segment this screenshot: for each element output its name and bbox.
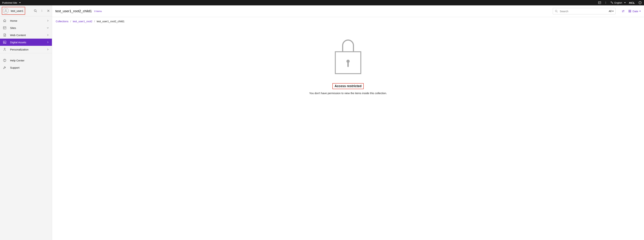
language-label: English (614, 2, 622, 4)
nav-item-web-content[interactable]: Web Content (0, 32, 52, 38)
primary-nav: Home Sites Web Content (0, 16, 52, 53)
nav-item-digital-assets[interactable]: Digital Assets (0, 38, 52, 46)
svg-point-8 (5, 10, 6, 11)
nav-item-personalization[interactable]: Personalization (0, 46, 52, 53)
breadcrumb-separator: / (94, 20, 95, 23)
brand-logo: HCL (629, 1, 635, 4)
svg-point-6 (640, 2, 640, 2)
svg-rect-31 (629, 10, 630, 11)
site-selector[interactable]: Published Site (2, 2, 21, 4)
svg-rect-32 (630, 10, 631, 11)
sidebar-header: test_user1 (0, 6, 52, 16)
search-icon[interactable] (34, 9, 37, 12)
panel-icon[interactable] (598, 1, 601, 4)
svg-point-11 (42, 10, 42, 10)
header-tools: Date (621, 9, 641, 13)
breadcrumb-current: test_user1_root2_child1 (97, 20, 124, 23)
nav-label: Help Center (10, 59, 24, 62)
info-icon[interactable] (638, 1, 642, 4)
page-title: test_user1_root2_child1 (55, 9, 92, 13)
breadcrumb-root[interactable]: Collections (56, 20, 68, 23)
svg-point-21 (4, 42, 4, 42)
svg-point-12 (42, 10, 42, 11)
svg-point-13 (42, 11, 42, 12)
help-icon (3, 58, 6, 62)
svg-point-22 (4, 48, 5, 49)
svg-rect-16 (4, 26, 6, 29)
nav-item-sites[interactable]: Sites (0, 24, 52, 32)
close-icon[interactable] (46, 9, 50, 12)
svg-point-24 (4, 61, 5, 61)
filter-button[interactable] (621, 9, 625, 13)
restricted-title: Access restricted (332, 83, 364, 89)
sites-icon (3, 26, 6, 30)
svg-rect-37 (347, 62, 349, 67)
sort-button[interactable]: Date (628, 10, 641, 13)
svg-point-9 (34, 10, 36, 12)
site-label: Published Site (2, 2, 17, 4)
breadcrumb-separator: / (70, 20, 71, 23)
chevron-right-icon (46, 20, 49, 22)
chevron-right-icon (46, 48, 49, 51)
nav-label: Home (10, 19, 17, 22)
sidebar: test_user1 Home (0, 6, 52, 240)
nav-label: Sites (10, 26, 16, 30)
caret-down-icon (612, 11, 614, 12)
svg-point-28 (624, 10, 624, 11)
nav-label: Personalization (10, 48, 28, 51)
item-count: 0 items (94, 10, 102, 12)
breadcrumb-parent[interactable]: test_user1_root2 (73, 20, 92, 23)
nav-label: Support (10, 66, 20, 69)
svg-line-26 (557, 12, 558, 12)
avatar-icon (3, 8, 8, 14)
svg-line-10 (36, 11, 37, 12)
svg-rect-33 (629, 12, 630, 12)
search-input[interactable] (560, 10, 607, 13)
chevron-down-icon (46, 26, 49, 29)
secondary-nav: Help Center Support (0, 53, 52, 71)
svg-point-30 (622, 12, 623, 12)
kebab-menu-icon[interactable] (604, 1, 607, 4)
search-scope-selector[interactable]: All (609, 10, 614, 12)
grid-icon (628, 10, 632, 13)
nav-label: Digital Assets (10, 41, 26, 44)
nav-label: Web Content (10, 34, 26, 37)
nav-item-help-center[interactable]: Help Center (0, 57, 52, 64)
breadcrumb: Collections / test_user1_root2 / test_us… (52, 17, 644, 26)
caret-down-icon (19, 2, 21, 3)
image-icon (3, 40, 6, 44)
caret-down-icon (639, 11, 641, 12)
sidebar-header-tools (34, 9, 50, 12)
restricted-message: You don't have permission to view the it… (309, 92, 387, 95)
main-header: test_user1_root2_child1 0 items All (52, 6, 644, 17)
sort-label: Date (632, 10, 638, 13)
nav-item-home[interactable]: Home (0, 17, 52, 24)
language-selector[interactable]: English (610, 1, 626, 4)
svg-rect-0 (598, 2, 601, 4)
search-scope-label: All (609, 10, 612, 12)
wrench-icon (3, 66, 6, 69)
svg-point-3 (605, 2, 606, 3)
home-icon (3, 19, 6, 22)
svg-rect-34 (630, 12, 631, 12)
main: test_user1_root2_child1 0 items All (52, 6, 644, 240)
access-restricted-panel: Access restricted You don't have permiss… (52, 36, 644, 95)
lock-icon (334, 36, 362, 74)
chevron-right-icon (46, 34, 49, 36)
search-box[interactable]: All (553, 8, 616, 14)
nav-item-support[interactable]: Support (0, 64, 52, 71)
topbar-tools: English HCL (598, 1, 642, 4)
kebab-menu-icon[interactable] (40, 9, 44, 12)
svg-point-25 (555, 10, 557, 12)
topbar: Published Site English HCL (0, 0, 644, 6)
chevron-right-icon (46, 41, 49, 44)
svg-point-4 (605, 3, 606, 4)
search-icon (555, 10, 558, 13)
svg-point-2 (605, 2, 606, 2)
caret-down-icon (624, 2, 626, 3)
user-block[interactable]: test_user1 (2, 7, 25, 15)
person-icon (3, 48, 6, 51)
user-name: test_user1 (11, 9, 23, 12)
document-icon (3, 33, 6, 37)
